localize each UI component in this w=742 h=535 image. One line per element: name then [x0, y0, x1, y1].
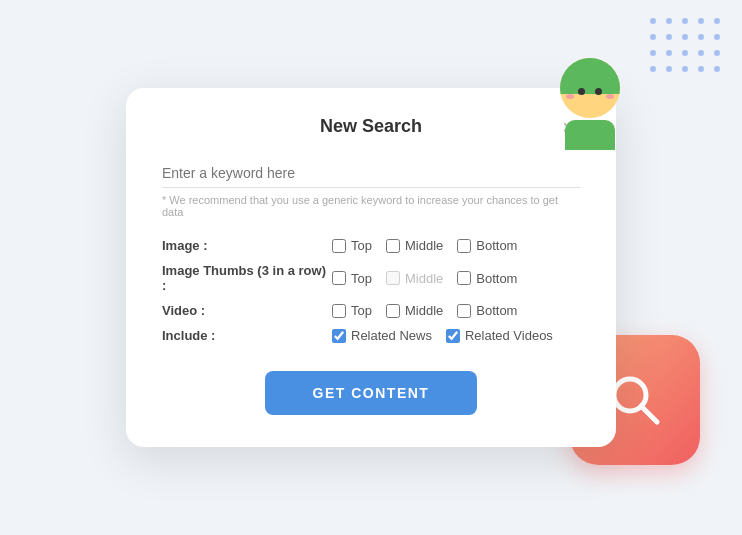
cb-label-image-bottom: Bottom: [476, 238, 517, 253]
cb-label-video-middle: Middle: [405, 303, 443, 318]
checkbox-thumbs-top[interactable]: [332, 271, 346, 285]
search-hint: * We recommend that you use a generic ke…: [162, 194, 580, 218]
option-label-thumbs: Image Thumbs (3 in a row) :: [162, 263, 332, 293]
checkbox-thumbs-middle[interactable]: [386, 271, 400, 285]
option-row-thumbs: Image Thumbs (3 in a row) : Top Middle B…: [162, 263, 580, 293]
cb-label-image-top: Top: [351, 238, 372, 253]
cb-label-thumbs-middle: Middle: [405, 271, 443, 286]
cb-image-middle: Middle: [386, 238, 443, 253]
avatar-character: [550, 58, 630, 148]
cb-video-bottom: Bottom: [457, 303, 517, 318]
cb-label-thumbs-bottom: Bottom: [476, 271, 517, 286]
cb-label-image-middle: Middle: [405, 238, 443, 253]
get-content-button[interactable]: GET CONTENT: [265, 371, 478, 415]
checkbox-image-bottom[interactable]: [457, 239, 471, 253]
include-checkboxes: Related News Related Videos: [332, 328, 553, 343]
checkbox-related-news[interactable]: [332, 329, 346, 343]
checkbox-image-top[interactable]: [332, 239, 346, 253]
cb-thumbs-middle: Middle: [386, 271, 443, 286]
cb-related-news: Related News: [332, 328, 432, 343]
options-grid: Image : Top Middle Bottom: [162, 238, 580, 343]
checkbox-thumbs-bottom[interactable]: [457, 271, 471, 285]
video-checkboxes: Top Middle Bottom: [332, 303, 517, 318]
thumbs-checkboxes: Top Middle Bottom: [332, 271, 517, 286]
option-label-include: Include :: [162, 328, 332, 343]
cb-image-bottom: Bottom: [457, 238, 517, 253]
option-label-video: Video :: [162, 303, 332, 318]
option-row-include: Include : Related News Related Videos: [162, 328, 580, 343]
cb-video-middle: Middle: [386, 303, 443, 318]
cb-label-thumbs-top: Top: [351, 271, 372, 286]
checkbox-video-bottom[interactable]: [457, 304, 471, 318]
option-label-image: Image :: [162, 238, 332, 253]
cb-label-video-bottom: Bottom: [476, 303, 517, 318]
checkbox-image-middle[interactable]: [386, 239, 400, 253]
dialog-header: New Search ×: [162, 116, 580, 137]
checkbox-video-middle[interactable]: [386, 304, 400, 318]
dialog-wrapper: New Search × * We recommend that you use…: [126, 88, 616, 447]
keyword-input[interactable]: [162, 159, 580, 188]
image-checkboxes: Top Middle Bottom: [332, 238, 517, 253]
cb-image-top: Top: [332, 238, 372, 253]
option-row-image: Image : Top Middle Bottom: [162, 238, 580, 253]
cb-related-videos: Related Videos: [446, 328, 553, 343]
svg-line-1: [641, 406, 657, 422]
cb-video-top: Top: [332, 303, 372, 318]
cb-label-related-news: Related News: [351, 328, 432, 343]
option-row-video: Video : Top Middle Bottom: [162, 303, 580, 318]
checkbox-video-top[interactable]: [332, 304, 346, 318]
cb-thumbs-top: Top: [332, 271, 372, 286]
new-search-dialog: New Search × * We recommend that you use…: [126, 88, 616, 447]
cb-thumbs-bottom: Bottom: [457, 271, 517, 286]
cb-label-related-videos: Related Videos: [465, 328, 553, 343]
dialog-title: New Search: [320, 116, 422, 137]
dot-grid-decoration: [650, 18, 724, 76]
cb-label-video-top: Top: [351, 303, 372, 318]
checkbox-related-videos[interactable]: [446, 329, 460, 343]
